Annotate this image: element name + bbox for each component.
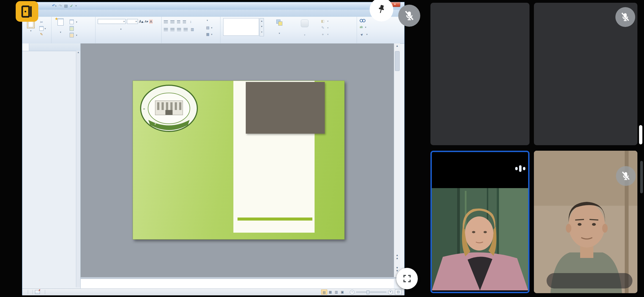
copy-button[interactable]: ▾ bbox=[39, 26, 46, 31]
align-right-icon[interactable] bbox=[177, 28, 181, 31]
quick-access-toolbar: ↶▾ ↷ ▤ ✓ ▾ bbox=[52, 3, 77, 9]
door-icon bbox=[21, 4, 33, 19]
shape-effects-icon: ● bbox=[321, 32, 325, 37]
group-font: ▾ ▾ A▴ A▾ A ▾ bbox=[95, 17, 162, 43]
slide-editor: x x bbox=[81, 43, 394, 277]
ribbon: ▾ ✂ ▾ ✎ ★ ▾ ▾ ▾ bbox=[22, 17, 404, 44]
layout-button[interactable]: ▾ bbox=[70, 20, 77, 24]
grow-font-icon[interactable]: A▴ bbox=[139, 19, 143, 24]
fullscreen-button[interactable] bbox=[396, 268, 418, 289]
format-painter-button[interactable]: ✎ bbox=[39, 32, 44, 37]
current-slide[interactable]: x x bbox=[133, 81, 345, 240]
qat-customize-icon[interactable]: ▾ bbox=[75, 3, 77, 9]
mic-off-icon bbox=[616, 166, 636, 186]
shapes-scroll[interactable]: ▲▼▾ bbox=[260, 18, 264, 36]
undo-icon[interactable]: ↶▾ bbox=[52, 3, 56, 9]
group-drawing: ▲▼▾ ▾ ▾ ◧ ▾ ✎ ▾ ● ▾ bbox=[220, 17, 357, 43]
align-center-icon[interactable] bbox=[170, 28, 174, 31]
layout-icon bbox=[70, 20, 74, 24]
more-participants-label[interactable] bbox=[547, 273, 632, 288]
slide-sorter-button[interactable]: ▦ bbox=[327, 290, 333, 295]
shape-outline-button[interactable]: ✎ ▾ bbox=[321, 26, 329, 30]
cut-button[interactable]: ✂ bbox=[39, 20, 44, 24]
reset-icon bbox=[70, 26, 74, 31]
status-bar: ▤ ▦ ▥ ▣ − + ⊡ bbox=[22, 288, 404, 295]
participant-tile-you[interactable] bbox=[430, 151, 530, 293]
fullscreen-icon bbox=[402, 274, 412, 283]
sparkle-icon: ★ bbox=[55, 17, 58, 21]
spelling-icon[interactable]: ✓ bbox=[70, 3, 73, 9]
participants-scrollbar[interactable] bbox=[639, 125, 642, 144]
participant-tile-mykola[interactable] bbox=[534, 3, 637, 145]
line-spacing-icon[interactable]: ↕ bbox=[189, 20, 193, 24]
arrange-icon bbox=[276, 20, 282, 26]
shrink-font-icon[interactable]: A▾ bbox=[144, 20, 148, 23]
shape-outline-icon: ✎ bbox=[321, 26, 325, 30]
slides-panel: ▲ bbox=[22, 43, 81, 288]
smartart-button[interactable]: ▦▾ bbox=[206, 32, 212, 37]
zoom-slider[interactable] bbox=[356, 292, 386, 292]
numbering-icon[interactable] bbox=[170, 20, 174, 23]
select-button[interactable]: ▶ ▾ bbox=[360, 32, 368, 37]
participant-tile-marina[interactable] bbox=[430, 3, 530, 145]
previous-slide-button[interactable]: ▲▲ bbox=[394, 254, 400, 260]
zoom-out-button[interactable]: − bbox=[350, 290, 354, 295]
redo-icon[interactable]: ↷ bbox=[59, 3, 62, 9]
shape-fill-button[interactable]: ◧ ▾ bbox=[321, 19, 329, 23]
align-text-button[interactable]: ▤▾ bbox=[206, 26, 212, 30]
share-mic-off-icon bbox=[398, 5, 420, 27]
shapes-gallery[interactable] bbox=[223, 18, 259, 36]
align-left-icon[interactable] bbox=[164, 28, 168, 31]
decrease-indent-icon[interactable] bbox=[177, 20, 180, 23]
normal-view-button[interactable]: ▤ bbox=[321, 290, 327, 295]
college-logo: x x bbox=[140, 85, 198, 132]
presenter-app-logo bbox=[16, 1, 38, 22]
participant-tile-others[interactable] bbox=[534, 151, 637, 293]
section-button[interactable]: ▾ bbox=[70, 33, 77, 37]
panel-close-icon[interactable] bbox=[76, 43, 80, 51]
slideshow-button[interactable]: ▣ bbox=[339, 290, 345, 295]
self-video bbox=[432, 188, 528, 290]
tab-outline[interactable] bbox=[29, 43, 36, 51]
zoom-in-button[interactable]: + bbox=[388, 290, 393, 295]
editor-scrollbar[interactable]: ▲ ▲▲ ▼▼ bbox=[394, 43, 400, 277]
quick-styles-button[interactable]: ▾ bbox=[291, 20, 318, 37]
section-icon bbox=[70, 33, 74, 37]
font-name-combo[interactable]: ▾ bbox=[98, 19, 126, 24]
zoom-slider-thumb[interactable] bbox=[367, 290, 369, 294]
participants-scrollbar-track[interactable] bbox=[640, 161, 643, 193]
increase-indent-icon[interactable] bbox=[183, 20, 186, 23]
find-button[interactable] bbox=[360, 19, 367, 23]
group-slides: ★ ▾ ▾ ▾ bbox=[51, 17, 95, 43]
notes-pane[interactable] bbox=[81, 279, 394, 288]
avatar bbox=[571, 57, 601, 87]
quick-styles-icon bbox=[301, 20, 309, 27]
group-editing: ab ▾ ▶ ▾ bbox=[357, 17, 393, 43]
columns-icon[interactable]: ▥ bbox=[190, 27, 195, 32]
reading-view-button[interactable]: ▥ bbox=[333, 290, 339, 295]
justify-icon[interactable] bbox=[184, 28, 188, 31]
avatar bbox=[465, 57, 495, 87]
shape-effects-button[interactable]: ● ▾ bbox=[321, 32, 329, 37]
replace-button[interactable]: ab ▾ bbox=[360, 26, 366, 29]
arrange-button[interactable]: ▾ bbox=[268, 20, 291, 35]
scrollbar-thumb[interactable] bbox=[395, 51, 400, 71]
fit-to-window-button[interactable]: ⊡ bbox=[395, 289, 402, 295]
slide-title-box bbox=[246, 82, 325, 134]
group-paragraph: ↕ ▥ ▾ ▤▾ ▦▾ bbox=[162, 17, 220, 43]
tab-slides[interactable] bbox=[22, 43, 29, 51]
text-direction-button[interactable]: ▾ bbox=[206, 19, 208, 22]
clear-format-icon[interactable]: A bbox=[149, 20, 153, 24]
font-size-combo[interactable]: ▾ bbox=[127, 19, 138, 24]
print-preview-icon[interactable]: ▤ bbox=[64, 3, 68, 9]
new-slide-button[interactable]: ★ ▾ bbox=[53, 18, 69, 34]
panel-scrollbar[interactable]: ▲ bbox=[76, 51, 80, 287]
replace-icon: ab bbox=[360, 26, 363, 29]
title-bar[interactable]: ↶▾ ↷ ▤ ✓ ▾ — ❐ ✕ bbox=[22, 2, 404, 10]
powerpoint-window: ↶▾ ↷ ▤ ✓ ▾ — ❐ ✕ ▾ ✂ ▾ ✎ bbox=[22, 2, 405, 295]
bullets-icon[interactable] bbox=[164, 20, 168, 23]
spellcheck-icon[interactable] bbox=[35, 290, 40, 294]
speaking-indicator bbox=[511, 159, 530, 178]
reset-button[interactable] bbox=[70, 26, 75, 31]
ribbon-tab-row bbox=[22, 10, 404, 17]
